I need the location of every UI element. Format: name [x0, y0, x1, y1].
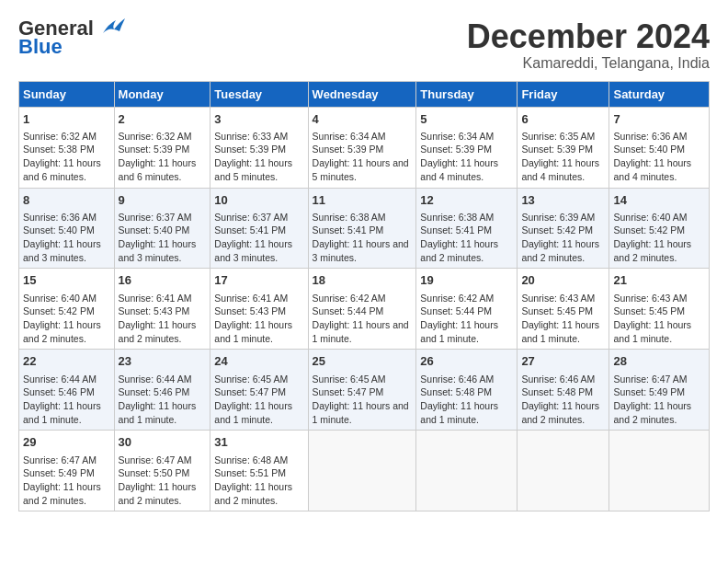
daylight-label: Daylight: 11 hours and 1 minute.	[313, 400, 409, 425]
day-number: 28	[613, 353, 705, 370]
sunset-label: Sunset: 5:43 PM	[119, 305, 190, 316]
daylight-label: Daylight: 11 hours and 5 minutes.	[214, 157, 292, 182]
day-cell: 23 Sunrise: 6:44 AM Sunset: 5:46 PM Dayl…	[114, 350, 210, 431]
daylight-label: Daylight: 11 hours and 1 minute.	[420, 319, 498, 344]
sunrise-label: Sunrise: 6:32 AM	[23, 131, 97, 142]
daylight-label: Daylight: 11 hours and 6 minutes.	[23, 157, 101, 182]
daylight-label: Daylight: 11 hours and 3 minutes.	[214, 238, 292, 263]
day-cell	[416, 431, 518, 511]
day-number: 18	[313, 272, 413, 289]
day-number: 7	[613, 111, 705, 128]
day-cell: 20 Sunrise: 6:43 AM Sunset: 5:45 PM Dayl…	[518, 269, 609, 350]
sunset-label: Sunset: 5:45 PM	[521, 305, 593, 316]
header-friday: Friday	[518, 81, 609, 107]
day-number: 5	[420, 111, 513, 128]
daylight-label: Daylight: 11 hours and 1 minute.	[420, 400, 498, 425]
sunset-label: Sunset: 5:39 PM	[521, 144, 593, 155]
daylight-label: Daylight: 11 hours and 2 minutes.	[420, 238, 498, 263]
header-tuesday: Tuesday	[210, 81, 308, 107]
main-title: December 2024	[467, 18, 710, 55]
sunset-label: Sunset: 5:41 PM	[313, 224, 384, 236]
daylight-label: Daylight: 11 hours and 3 minutes.	[23, 238, 101, 263]
sunset-label: Sunset: 5:47 PM	[214, 386, 286, 397]
sunset-label: Sunset: 5:40 PM	[23, 224, 95, 236]
sunset-label: Sunset: 5:39 PM	[420, 144, 492, 155]
sunset-label: Sunset: 5:40 PM	[119, 224, 190, 236]
week-row-1: 1 Sunrise: 6:32 AM Sunset: 5:38 PM Dayli…	[19, 107, 710, 188]
day-number: 6	[521, 111, 605, 128]
day-cell: 18 Sunrise: 6:42 AM Sunset: 5:44 PM Dayl…	[308, 269, 416, 350]
day-cell: 30 Sunrise: 6:47 AM Sunset: 5:50 PM Dayl…	[114, 431, 210, 511]
sunrise-label: Sunrise: 6:43 AM	[613, 293, 687, 304]
sunset-label: Sunset: 5:39 PM	[119, 144, 190, 155]
sunrise-label: Sunrise: 6:46 AM	[420, 373, 494, 385]
sunrise-label: Sunrise: 6:32 AM	[119, 131, 192, 142]
daylight-label: Daylight: 11 hours and 4 minutes.	[521, 157, 599, 182]
sunset-label: Sunset: 5:46 PM	[119, 386, 190, 397]
sunrise-label: Sunrise: 6:36 AM	[23, 212, 97, 223]
day-cell: 26 Sunrise: 6:46 AM Sunset: 5:48 PM Dayl…	[416, 350, 518, 431]
header-sunday: Sunday	[19, 81, 115, 107]
day-cell: 12 Sunrise: 6:38 AM Sunset: 5:41 PM Dayl…	[416, 188, 518, 269]
day-cell: 16 Sunrise: 6:41 AM Sunset: 5:43 PM Dayl…	[114, 269, 210, 350]
sunset-label: Sunset: 5:51 PM	[214, 467, 286, 478]
sunrise-label: Sunrise: 6:45 AM	[313, 373, 386, 385]
daylight-label: Daylight: 11 hours and 2 minutes.	[214, 481, 292, 506]
day-cell: 15 Sunrise: 6:40 AM Sunset: 5:42 PM Dayl…	[19, 269, 115, 350]
day-cell: 25 Sunrise: 6:45 AM Sunset: 5:47 PM Dayl…	[308, 350, 416, 431]
header-monday: Monday	[114, 81, 210, 107]
sunrise-label: Sunrise: 6:41 AM	[214, 293, 288, 304]
sunrise-label: Sunrise: 6:47 AM	[119, 454, 192, 465]
calendar-table: Sunday Monday Tuesday Wednesday Thursday…	[18, 81, 710, 512]
sunrise-label: Sunrise: 6:36 AM	[613, 131, 687, 142]
daylight-label: Daylight: 11 hours and 3 minutes.	[119, 238, 197, 263]
daylight-label: Daylight: 11 hours and 4 minutes.	[420, 157, 498, 182]
day-number: 3	[214, 111, 303, 128]
daylight-label: Daylight: 11 hours and 5 minutes.	[313, 157, 409, 182]
sunset-label: Sunset: 5:38 PM	[23, 144, 95, 155]
day-cell: 14 Sunrise: 6:40 AM Sunset: 5:42 PM Dayl…	[609, 188, 710, 269]
sunset-label: Sunset: 5:44 PM	[420, 305, 492, 316]
daylight-label: Daylight: 11 hours and 6 minutes.	[119, 157, 197, 182]
daylight-label: Daylight: 11 hours and 2 minutes.	[521, 400, 599, 425]
sunset-label: Sunset: 5:39 PM	[313, 144, 384, 155]
day-cell: 24 Sunrise: 6:45 AM Sunset: 5:47 PM Dayl…	[210, 350, 308, 431]
day-cell: 4 Sunrise: 6:34 AM Sunset: 5:39 PM Dayli…	[308, 107, 416, 188]
day-cell: 2 Sunrise: 6:32 AM Sunset: 5:39 PM Dayli…	[114, 107, 210, 188]
logo-bird-icon	[96, 17, 125, 37]
header-saturday: Saturday	[609, 81, 710, 107]
day-number: 10	[214, 192, 303, 209]
day-number: 8	[23, 192, 110, 209]
sunrise-label: Sunrise: 6:40 AM	[613, 212, 687, 223]
day-number: 17	[214, 272, 303, 289]
sunrise-label: Sunrise: 6:33 AM	[214, 131, 288, 142]
week-row-2: 8 Sunrise: 6:36 AM Sunset: 5:40 PM Dayli…	[19, 188, 710, 269]
daylight-label: Daylight: 11 hours and 2 minutes.	[23, 319, 101, 344]
day-cell	[308, 431, 416, 511]
sunrise-label: Sunrise: 6:43 AM	[521, 293, 595, 304]
sunrise-label: Sunrise: 6:37 AM	[214, 212, 288, 223]
sunset-label: Sunset: 5:48 PM	[521, 386, 593, 397]
daylight-label: Daylight: 11 hours and 2 minutes.	[119, 481, 197, 506]
daylight-label: Daylight: 11 hours and 2 minutes.	[613, 238, 691, 263]
day-cell: 13 Sunrise: 6:39 AM Sunset: 5:42 PM Dayl…	[518, 188, 609, 269]
header-wednesday: Wednesday	[308, 81, 416, 107]
daylight-label: Daylight: 11 hours and 1 minute.	[613, 319, 691, 344]
daylight-label: Daylight: 11 hours and 2 minutes.	[521, 238, 599, 263]
daylight-label: Daylight: 11 hours and 4 minutes.	[613, 157, 691, 182]
daylight-label: Daylight: 11 hours and 2 minutes.	[23, 481, 101, 506]
day-number: 11	[313, 192, 413, 209]
calendar-header-row: Sunday Monday Tuesday Wednesday Thursday…	[19, 81, 710, 107]
day-number: 31	[214, 434, 303, 451]
daylight-label: Daylight: 11 hours and 2 minutes.	[119, 319, 197, 344]
day-cell: 6 Sunrise: 6:35 AM Sunset: 5:39 PM Dayli…	[518, 107, 609, 188]
day-number: 20	[521, 272, 605, 289]
day-number: 14	[613, 192, 705, 209]
day-number: 16	[119, 272, 207, 289]
sunrise-label: Sunrise: 6:34 AM	[313, 131, 386, 142]
sunset-label: Sunset: 5:47 PM	[313, 386, 384, 397]
day-cell: 9 Sunrise: 6:37 AM Sunset: 5:40 PM Dayli…	[114, 188, 210, 269]
day-cell	[518, 431, 609, 511]
sunset-label: Sunset: 5:44 PM	[313, 305, 384, 316]
day-number: 26	[420, 353, 513, 370]
